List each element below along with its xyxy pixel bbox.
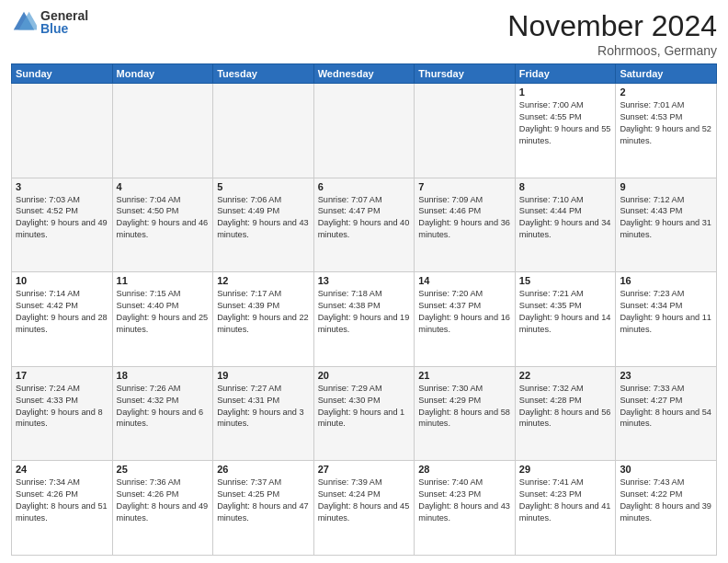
day-number: 9 (620, 181, 712, 192)
location: Rohrmoos, Germany (507, 43, 717, 58)
calendar-cell: 26Sunrise: 7:37 AM Sunset: 4:25 PM Dayli… (213, 461, 314, 556)
calendar-cell: 5Sunrise: 7:06 AM Sunset: 4:49 PM Daylig… (213, 178, 314, 272)
calendar-cell: 22Sunrise: 7:32 AM Sunset: 4:28 PM Dayli… (515, 366, 616, 461)
calendar-cell: 16Sunrise: 7:23 AM Sunset: 4:34 PM Dayli… (616, 272, 717, 367)
calendar-table: Sunday Monday Tuesday Wednesday Thursday… (11, 63, 717, 556)
day-number: 12 (217, 275, 310, 286)
day-number: 4 (117, 181, 210, 192)
calendar-cell: 27Sunrise: 7:39 AM Sunset: 4:24 PM Dayli… (313, 461, 415, 556)
calendar-cell (213, 84, 314, 178)
calendar-cell: 1Sunrise: 7:00 AM Sunset: 4:55 PM Daylig… (515, 84, 616, 178)
day-info: Sunrise: 7:26 AM Sunset: 4:32 PM Dayligh… (117, 383, 210, 431)
day-info: Sunrise: 7:27 AM Sunset: 4:31 PM Dayligh… (217, 383, 310, 431)
header-tuesday: Tuesday (213, 64, 314, 84)
day-number: 20 (318, 370, 411, 381)
day-number: 24 (16, 464, 108, 475)
title-section: November 2024 Rohrmoos, Germany (507, 9, 717, 58)
day-number: 6 (318, 181, 411, 192)
logo-blue: Blue (40, 22, 88, 35)
day-number: 15 (519, 275, 612, 286)
calendar-cell: 21Sunrise: 7:30 AM Sunset: 4:29 PM Dayli… (415, 366, 516, 461)
calendar-cell: 2Sunrise: 7:01 AM Sunset: 4:53 PM Daylig… (616, 84, 717, 178)
calendar-cell: 28Sunrise: 7:40 AM Sunset: 4:23 PM Dayli… (415, 461, 516, 556)
header: General Blue November 2024 Rohrmoos, Ger… (11, 9, 717, 58)
calendar-header: Sunday Monday Tuesday Wednesday Thursday… (12, 64, 717, 84)
calendar-cell: 14Sunrise: 7:20 AM Sunset: 4:37 PM Dayli… (415, 272, 516, 367)
weekday-header-row: Sunday Monday Tuesday Wednesday Thursday… (12, 64, 717, 84)
calendar-cell: 7Sunrise: 7:09 AM Sunset: 4:46 PM Daylig… (415, 178, 516, 272)
day-info: Sunrise: 7:09 AM Sunset: 4:46 PM Dayligh… (418, 194, 511, 242)
day-number: 2 (620, 86, 712, 98)
calendar-cell (415, 84, 516, 178)
day-number: 11 (117, 275, 210, 286)
header-thursday: Thursday (415, 64, 516, 84)
day-number: 27 (318, 464, 411, 475)
logo-text: General Blue (40, 9, 88, 35)
logo-general: General (40, 9, 88, 22)
day-info: Sunrise: 7:04 AM Sunset: 4:50 PM Dayligh… (117, 194, 210, 242)
day-info: Sunrise: 7:39 AM Sunset: 4:24 PM Dayligh… (318, 477, 411, 524)
header-wednesday: Wednesday (313, 64, 415, 84)
calendar-row-3: 17Sunrise: 7:24 AM Sunset: 4:33 PM Dayli… (12, 366, 717, 461)
calendar-cell: 25Sunrise: 7:36 AM Sunset: 4:26 PM Dayli… (112, 461, 213, 556)
calendar-cell: 19Sunrise: 7:27 AM Sunset: 4:31 PM Dayli… (213, 366, 314, 461)
calendar-cell (112, 84, 213, 178)
day-number: 8 (519, 181, 612, 192)
day-number: 17 (16, 370, 108, 381)
header-monday: Monday (112, 64, 213, 84)
day-number: 16 (620, 275, 712, 286)
day-info: Sunrise: 7:37 AM Sunset: 4:25 PM Dayligh… (217, 477, 310, 524)
day-info: Sunrise: 7:34 AM Sunset: 4:26 PM Dayligh… (16, 477, 108, 524)
day-number: 14 (418, 275, 511, 286)
calendar-row-2: 10Sunrise: 7:14 AM Sunset: 4:42 PM Dayli… (12, 272, 717, 367)
day-info: Sunrise: 7:24 AM Sunset: 4:33 PM Dayligh… (16, 383, 108, 431)
calendar-cell: 13Sunrise: 7:18 AM Sunset: 4:38 PM Dayli… (313, 272, 415, 367)
day-number: 22 (519, 370, 612, 381)
day-info: Sunrise: 7:17 AM Sunset: 4:39 PM Dayligh… (217, 288, 310, 336)
calendar-cell (313, 84, 415, 178)
day-number: 3 (16, 181, 108, 192)
calendar-cell: 30Sunrise: 7:43 AM Sunset: 4:22 PM Dayli… (616, 461, 717, 556)
calendar-row-1: 3Sunrise: 7:03 AM Sunset: 4:52 PM Daylig… (12, 178, 717, 272)
day-number: 25 (117, 464, 210, 475)
calendar-cell: 8Sunrise: 7:10 AM Sunset: 4:44 PM Daylig… (515, 178, 616, 272)
calendar-cell: 20Sunrise: 7:29 AM Sunset: 4:30 PM Dayli… (313, 366, 415, 461)
day-number: 26 (217, 464, 310, 475)
day-number: 7 (418, 181, 511, 192)
day-number: 30 (620, 464, 712, 475)
day-info: Sunrise: 7:43 AM Sunset: 4:22 PM Dayligh… (620, 477, 712, 524)
day-info: Sunrise: 7:07 AM Sunset: 4:47 PM Dayligh… (318, 194, 411, 242)
calendar-row-4: 24Sunrise: 7:34 AM Sunset: 4:26 PM Dayli… (12, 461, 717, 556)
calendar-cell: 6Sunrise: 7:07 AM Sunset: 4:47 PM Daylig… (313, 178, 415, 272)
calendar-body: 1Sunrise: 7:00 AM Sunset: 4:55 PM Daylig… (12, 84, 717, 556)
day-number: 5 (217, 181, 310, 192)
day-info: Sunrise: 7:14 AM Sunset: 4:42 PM Dayligh… (16, 288, 108, 336)
day-info: Sunrise: 7:36 AM Sunset: 4:26 PM Dayligh… (117, 477, 210, 524)
day-info: Sunrise: 7:21 AM Sunset: 4:35 PM Dayligh… (519, 288, 612, 336)
logo-icon (11, 9, 37, 35)
day-info: Sunrise: 7:23 AM Sunset: 4:34 PM Dayligh… (620, 288, 712, 336)
calendar-cell (12, 84, 113, 178)
day-info: Sunrise: 7:06 AM Sunset: 4:49 PM Dayligh… (217, 194, 310, 242)
day-info: Sunrise: 7:29 AM Sunset: 4:30 PM Dayligh… (318, 383, 411, 431)
day-number: 28 (418, 464, 511, 475)
day-info: Sunrise: 7:40 AM Sunset: 4:23 PM Dayligh… (418, 477, 511, 524)
calendar-cell: 10Sunrise: 7:14 AM Sunset: 4:42 PM Dayli… (12, 272, 113, 367)
calendar-cell: 12Sunrise: 7:17 AM Sunset: 4:39 PM Dayli… (213, 272, 314, 367)
calendar-cell: 11Sunrise: 7:15 AM Sunset: 4:40 PM Dayli… (112, 272, 213, 367)
day-number: 29 (519, 464, 612, 475)
day-number: 23 (620, 370, 712, 381)
calendar-cell: 29Sunrise: 7:41 AM Sunset: 4:23 PM Dayli… (515, 461, 616, 556)
day-number: 10 (16, 275, 108, 286)
day-info: Sunrise: 7:33 AM Sunset: 4:27 PM Dayligh… (620, 383, 712, 431)
day-number: 13 (318, 275, 411, 286)
calendar-cell: 3Sunrise: 7:03 AM Sunset: 4:52 PM Daylig… (12, 178, 113, 272)
calendar-row-0: 1Sunrise: 7:00 AM Sunset: 4:55 PM Daylig… (12, 84, 717, 178)
calendar-cell: 15Sunrise: 7:21 AM Sunset: 4:35 PM Dayli… (515, 272, 616, 367)
month-title: November 2024 (507, 9, 717, 43)
calendar-cell: 18Sunrise: 7:26 AM Sunset: 4:32 PM Dayli… (112, 366, 213, 461)
calendar-cell: 23Sunrise: 7:33 AM Sunset: 4:27 PM Dayli… (616, 366, 717, 461)
day-number: 19 (217, 370, 310, 381)
calendar-cell: 9Sunrise: 7:12 AM Sunset: 4:43 PM Daylig… (616, 178, 717, 272)
calendar-cell: 4Sunrise: 7:04 AM Sunset: 4:50 PM Daylig… (112, 178, 213, 272)
